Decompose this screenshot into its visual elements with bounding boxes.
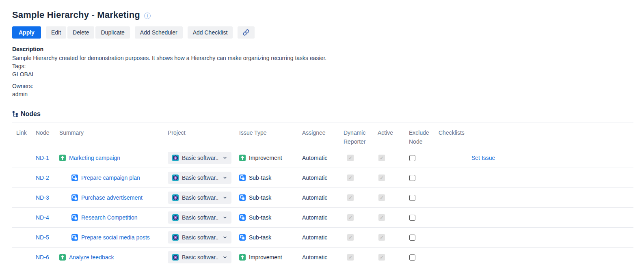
project-avatar-icon [172,234,179,241]
issue-type-icon [71,175,78,181]
assignee-value: Automatic [302,194,327,201]
issue-type-icon [239,214,246,221]
node-link[interactable]: ND-1 [36,155,49,161]
project-label: Basic softwar... [182,234,219,241]
table-row: ND-5 Prepare social media posts Basic so… [12,228,633,248]
dynamic-reporter-checkbox [347,155,354,161]
exclude-node-checkbox[interactable] [409,235,415,241]
nodes-table: Link Node Summary Project Issue Type Ass… [12,123,633,265]
duplicate-button[interactable]: Duplicate [95,26,130,39]
node-link[interactable]: ND-3 [36,194,49,201]
column-header-issue-type: Issue Type [239,128,302,137]
dynamic-reporter-checkbox [347,175,354,181]
column-header-exclude-node: Exclude Node [409,128,439,146]
copy-link-button[interactable] [238,26,255,39]
edit-button[interactable]: Edit [46,26,66,39]
chevron-down-icon [223,215,227,220]
summary-link[interactable]: Prepare campaign plan [81,175,140,181]
dynamic-reporter-checkbox [347,214,354,221]
project-avatar-icon [172,254,179,261]
issue-type-icon [71,214,78,221]
issue-type-icon [59,155,66,161]
column-header-checklists: Checklists [439,128,633,137]
node-link[interactable]: ND-5 [36,234,49,241]
project-avatar-icon [172,214,179,221]
project-select[interactable]: Basic softwar... [168,251,231,263]
project-label: Basic softwar... [182,214,219,221]
project-select[interactable]: Basic softwar... [168,192,231,204]
issue-type-label: Improvement [249,155,282,161]
exclude-node-checkbox[interactable] [409,254,415,261]
active-checkbox [378,214,385,221]
node-link[interactable]: ND-6 [36,254,49,261]
chevron-down-icon [223,235,227,240]
column-header-link: Link [12,128,36,137]
project-select[interactable]: Basic softwar... [168,172,231,184]
node-link[interactable]: ND-2 [36,175,49,181]
chevron-down-icon [223,175,227,180]
description-section: Description Sample Hierarchy created for… [12,45,633,98]
summary-link[interactable]: Research Competition [81,214,138,221]
project-label: Basic softwar... [182,155,219,161]
issue-type-icon [239,175,246,181]
description-text: Sample Hierarchy created for demonstrati… [12,54,633,62]
issue-type-label: Sub-task [249,214,271,221]
table-header: Link Node Summary Project Issue Type Ass… [12,123,633,148]
active-checkbox [378,155,385,161]
issue-type-label: Improvement [249,254,282,261]
chevron-down-icon [223,195,227,200]
owners-value: admin [12,90,633,98]
active-checkbox [378,234,385,241]
table-row: ND-4 Research Competition Basic softwar.… [12,208,633,228]
column-header-project: Project [168,128,239,137]
assignee-value: Automatic [302,234,327,241]
info-icon[interactable] [144,13,151,19]
assignee-value: Automatic [302,155,327,161]
issue-type-icon [239,194,246,201]
node-link[interactable]: ND-4 [36,214,49,221]
project-label: Basic softwar... [182,254,219,261]
exclude-node-checkbox[interactable] [409,155,415,161]
project-select[interactable]: Basic softwar... [168,211,231,224]
project-avatar-icon [172,194,179,201]
summary-link[interactable]: Prepare social media posts [81,234,150,241]
project-select[interactable]: Basic softwar... [168,152,231,164]
title-row: Sample Hierarchy - Marketing [12,10,633,20]
column-header-summary: Summary [59,128,168,137]
chevron-down-icon [223,255,227,260]
chevron-down-icon [223,155,227,160]
assignee-value: Automatic [302,175,327,181]
add-checklist-button[interactable]: Add Checklist [188,26,233,39]
issue-type-label: Sub-task [249,234,271,241]
page: Sample Hierarchy - Marketing Apply Edit … [0,0,644,265]
issue-type-icon [239,254,246,261]
exclude-node-checkbox[interactable] [409,215,415,221]
delete-button[interactable]: Delete [67,26,94,39]
column-header-assignee: Assignee [302,128,344,137]
add-scheduler-button[interactable]: Add Scheduler [135,26,183,39]
exclude-node-checkbox[interactable] [409,175,415,181]
column-header-node: Node [36,128,59,137]
column-header-dynamic-reporter: Dynamic Reporter [344,128,378,146]
exclude-node-checkbox[interactable] [409,195,415,201]
set-issue-link[interactable]: Set Issue [471,155,495,161]
issue-type-label: Sub-task [249,194,271,201]
issue-type-icon [71,194,78,201]
tags-value: GLOBAL [12,70,633,78]
table-row: ND-3 Purchase advertisement Basic softwa… [12,188,633,208]
summary-link[interactable]: Marketing campaign [69,155,120,161]
project-select[interactable]: Basic softwar... [168,231,231,243]
summary-link[interactable]: Analyze feedback [69,254,114,261]
toolbar: Apply Edit Delete Duplicate Add Schedule… [12,26,633,39]
owners-label: Owners: [12,82,633,90]
apply-button[interactable]: Apply [12,26,41,39]
dynamic-reporter-checkbox [347,254,354,261]
table-row: ND-1 Marketing campaign Basic softwar... [12,148,633,168]
table-row: ND-2 Prepare campaign plan Basic softwar… [12,168,633,188]
issue-type-icon [239,155,246,161]
table-row: ND-6 Analyze feedback Basic softwar... [12,248,633,265]
issue-type-icon [239,234,246,241]
project-label: Basic softwar... [182,175,219,181]
summary-link[interactable]: Purchase advertisement [81,194,143,201]
project-label: Basic softwar... [182,194,219,201]
